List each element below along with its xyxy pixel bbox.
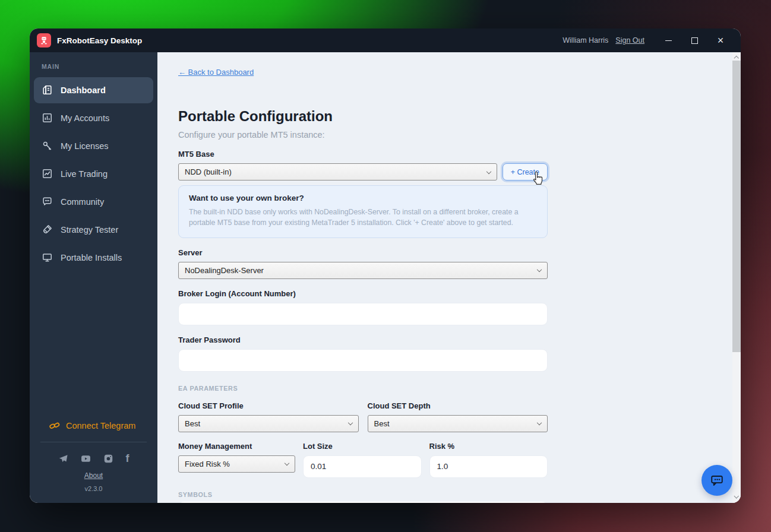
chevron-down-icon (734, 494, 739, 499)
trader-password-input[interactable] (178, 349, 548, 372)
sidebar-section-label: MAIN (30, 55, 157, 76)
money-management-value: Fixed Risk % (185, 460, 230, 468)
chat-support-button[interactable] (702, 465, 732, 496)
facebook-icon[interactable]: f (126, 454, 129, 464)
sidebar-item-live-trading[interactable]: Live Trading (34, 161, 153, 187)
close-button[interactable]: × (707, 28, 734, 52)
sidebar-item-label: Community (61, 197, 104, 207)
minimize-button[interactable] (655, 28, 681, 52)
scrollbar-thumb[interactable] (732, 61, 741, 352)
info-box-body: The built-in NDD base only works with No… (189, 207, 537, 229)
chart-line-icon (42, 168, 53, 179)
sidebar-item-strategy-tester[interactable]: Strategy Tester (34, 217, 153, 243)
sidebar-item-portable-installs[interactable]: Portable Installs (34, 245, 153, 271)
about-link[interactable]: About (30, 471, 157, 480)
broker-login-input[interactable] (178, 303, 548, 325)
sidebar-item-label: Live Trading (61, 169, 108, 179)
vertical-scrollbar (732, 52, 741, 503)
app-logo (37, 33, 51, 48)
user-name: William Harris (563, 36, 608, 45)
chevron-down-icon (537, 420, 542, 425)
sidebar-item-my-licenses[interactable]: My Licenses (34, 133, 153, 159)
close-icon: × (718, 35, 724, 46)
mt5-base-label: MT5 Base (178, 150, 548, 159)
mt5-base-value: NDD (built-in) (185, 167, 232, 176)
risk-percent-label: Risk % (429, 442, 548, 451)
maximize-button[interactable] (681, 28, 707, 52)
dashboard-icon (42, 84, 53, 96)
app-title: FxRobotEasy Desktop (57, 36, 142, 45)
page-title: Portable Configuration (178, 108, 732, 125)
broker-login-label: Broker Login (Account Number) (178, 289, 548, 298)
instagram-icon[interactable] (103, 454, 113, 464)
sidebar-item-label: My Accounts (61, 113, 109, 123)
connect-telegram-link[interactable]: Connect Telegram (30, 420, 157, 431)
money-management-label: Money Management (178, 442, 295, 451)
youtube-icon[interactable] (81, 454, 91, 464)
portable-config-form: MT5 Base NDD (built-in) + Create (178, 150, 548, 503)
minimize-icon (665, 40, 672, 41)
social-links: f (30, 454, 157, 464)
chevron-down-icon (537, 267, 542, 272)
sidebar-item-community[interactable]: Community (34, 189, 153, 215)
sidebar-item-label: Strategy Tester (61, 225, 118, 235)
sidebar-item-label: Portable Installs (61, 253, 122, 262)
link-icon (49, 420, 60, 431)
chevron-down-icon (285, 461, 289, 466)
create-button-label: + Create (511, 168, 539, 176)
speech-bubble-icon (42, 196, 53, 207)
maximize-icon (691, 37, 698, 44)
sidebar-divider (40, 442, 147, 442)
symbols-card: AUDUSD (178, 502, 548, 503)
create-mt5-base-button[interactable]: + Create (503, 163, 548, 180)
risk-percent-input[interactable] (429, 455, 548, 478)
server-label: Server (178, 248, 548, 257)
lot-size-input[interactable] (303, 455, 422, 478)
version-label: v2.3.0 (30, 485, 157, 492)
sign-out-link[interactable]: Sign Out (615, 36, 644, 45)
scroll-down-arrow[interactable] (732, 493, 741, 502)
symbols-section-label: SYMBOLS (178, 491, 548, 498)
page-subtitle: Configure your portable MT5 instance: (178, 130, 732, 140)
back-to-dashboard-link[interactable]: ← Back to Dashboard (178, 68, 254, 77)
lot-size-label: Lot Size (303, 442, 422, 451)
telegram-icon[interactable] (58, 454, 68, 464)
info-box-title: Want to use your own broker? (189, 194, 537, 202)
sidebar-item-label: Dashboard (61, 86, 106, 95)
chevron-down-icon (486, 169, 491, 173)
mt5-base-select[interactable]: NDD (built-in) (178, 163, 497, 180)
robot-icon (39, 36, 49, 45)
connect-telegram-label: Connect Telegram (66, 421, 135, 430)
server-select[interactable]: NoDealingDesk-Server (178, 262, 548, 279)
title-bar: FxRobotEasy Desktop William Harris Sign … (30, 28, 741, 52)
cloud-set-depth-value: Best (374, 419, 390, 428)
broker-info-box: Want to use your own broker? The built-i… (178, 185, 548, 238)
money-management-select[interactable]: Fixed Risk % (178, 455, 295, 473)
cloud-set-profile-label: Cloud SET Profile (178, 401, 359, 410)
sidebar-item-dashboard[interactable]: Dashboard (34, 77, 153, 103)
server-value: NoDealingDesk-Server (185, 266, 264, 275)
cloud-set-depth-select[interactable]: Best (368, 415, 548, 432)
chevron-up-icon (734, 56, 739, 61)
sidebar-item-label: My Licenses (61, 141, 109, 151)
key-icon (42, 140, 53, 151)
sidebar-item-my-accounts[interactable]: My Accounts (34, 105, 153, 131)
ea-parameters-section-label: EA PARAMETERS (178, 385, 548, 392)
test-tube-icon (42, 224, 53, 235)
chevron-down-icon (347, 420, 352, 425)
cloud-set-depth-label: Cloud SET Depth (368, 401, 548, 410)
cloud-set-profile-select[interactable]: Best (178, 415, 359, 432)
bar-chart-icon (42, 112, 53, 124)
app-window: FxRobotEasy Desktop William Harris Sign … (30, 28, 741, 503)
sidebar: MAIN Dashboard My Accounts (30, 52, 157, 503)
chat-bubble-icon (709, 472, 725, 489)
trader-password-label: Trader Password (178, 335, 548, 344)
main-content: ← Back to Dashboard Portable Configurati… (157, 52, 741, 503)
monitor-icon (42, 252, 53, 263)
cloud-set-profile-value: Best (185, 419, 200, 428)
